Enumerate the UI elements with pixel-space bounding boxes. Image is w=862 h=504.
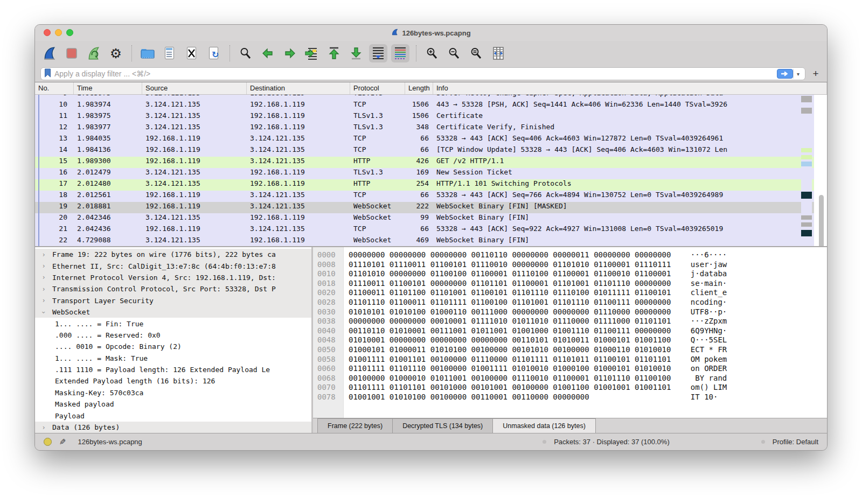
collapsed-arrow-icon[interactable]: › xyxy=(40,274,47,281)
capture-options-icon[interactable]: ⚙ xyxy=(107,44,125,62)
find-packet-icon[interactable] xyxy=(237,44,255,62)
column-header-info[interactable]: Info xyxy=(433,82,827,94)
detail-tree-row[interactable]: .... 0010 = Opcode: Binary (2) xyxy=(35,341,311,352)
packet-row[interactable]: 192.018881192.168.1.1193.124.121.135WebS… xyxy=(35,202,814,213)
binary-row[interactable]: 005001000101 01000011 01010100 00100000 … xyxy=(313,345,827,355)
go-back-icon[interactable] xyxy=(259,44,277,62)
packet-row[interactable]: 131.984035192.168.1.1193.124.121.135TCP6… xyxy=(35,134,814,145)
collapsed-arrow-icon[interactable]: › xyxy=(40,251,47,258)
packet-row[interactable]: 101.9839743.124.121.135192.168.1.119TCP1… xyxy=(35,100,814,111)
binary-row[interactable]: 003001010101 01010100 01000110 00111000 … xyxy=(313,307,827,317)
binary-row[interactable]: 006001101111 01101110 00100000 01001111 … xyxy=(313,364,827,374)
packet-cell: WebSocket Binary [FIN] xyxy=(433,213,814,225)
binary-row[interactable]: 001801110011 01100101 00000000 01101101 … xyxy=(313,279,827,289)
column-header-source[interactable]: Source xyxy=(142,82,247,94)
packet-row[interactable]: 141.984136192.168.1.1193.124.121.135TCP6… xyxy=(35,145,814,157)
binary-row[interactable]: 004801010001 00000000 00000000 00000000 … xyxy=(313,335,827,345)
column-header-length[interactable]: Length xyxy=(405,82,433,94)
save-file-icon[interactable] xyxy=(161,44,179,62)
reload-file-icon[interactable]: ↻ xyxy=(205,44,223,62)
binary-row[interactable]: 007801001001 01010100 00100000 00110001 … xyxy=(313,393,827,402)
restart-capture-icon[interactable] xyxy=(85,44,103,62)
detail-tree-row[interactable]: 1... .... = Mask: True xyxy=(35,353,311,364)
packet-minimap[interactable] xyxy=(801,96,812,246)
binary-row[interactable]: 003800000000 00000000 00010001 01111010 … xyxy=(313,317,827,326)
binary-row[interactable]: 007001101111 01101101 00101000 00101001 … xyxy=(313,383,827,393)
go-forward-icon[interactable] xyxy=(281,44,299,62)
detail-tree-row[interactable]: Masking-Key: 570c03ca xyxy=(35,387,311,398)
collapsed-arrow-icon[interactable]: › xyxy=(40,262,47,270)
binary-row[interactable]: 005801001111 01001101 00100000 01110000 … xyxy=(313,355,827,365)
go-to-packet-icon[interactable] xyxy=(303,44,321,62)
binary-row[interactable]: 001001101010 00000000 01100100 01100001 … xyxy=(313,269,827,279)
packet-row[interactable]: 202.0423463.124.121.135192.168.1.119WebS… xyxy=(35,213,814,225)
detail-tree-row[interactable]: ›WebSocket xyxy=(35,306,311,318)
resize-columns-icon[interactable] xyxy=(489,44,508,62)
detail-tree-row[interactable]: ›Frame 19: 222 bytes on wire (1776 bits)… xyxy=(35,249,311,260)
column-header-time[interactable]: Time xyxy=(74,82,142,94)
collapsed-arrow-icon[interactable]: › xyxy=(40,297,47,304)
collapsed-arrow-icon[interactable]: › xyxy=(40,424,47,431)
zoom-reset-icon[interactable] xyxy=(467,44,485,62)
bytes-tab[interactable]: Unmasked data (126 bytes) xyxy=(492,418,596,433)
binary-row[interactable]: 000801110101 01110011 01100101 01110010 … xyxy=(313,260,827,270)
packet-row[interactable]: 224.7290883.124.121.135192.168.1.119WebS… xyxy=(35,236,814,246)
packet-row[interactable]: 121.9839773.124.121.135192.168.1.119TLSv… xyxy=(35,123,814,134)
detail-tree-row[interactable]: ›Ethernet II, Src: CalDigit_13:e7:8c (64… xyxy=(35,260,311,271)
packet-row[interactable]: 162.0124793.124.121.135192.168.1.119TLSv… xyxy=(35,168,814,179)
packet-row[interactable]: 172.0124803.124.121.135192.168.1.119HTTP… xyxy=(35,179,814,191)
column-header-no[interactable]: No. xyxy=(35,82,74,94)
apply-filter-button[interactable] xyxy=(777,69,793,79)
expert-info-icon[interactable] xyxy=(44,438,52,446)
detail-tree-row[interactable]: ›Data (126 bytes) xyxy=(35,422,311,433)
display-filter-field[interactable]: ▾ xyxy=(40,67,805,80)
packet-row[interactable]: 212.042436192.168.1.1193.124.121.135TCP6… xyxy=(35,225,814,236)
detail-tree-row[interactable]: ›Internet Protocol Version 4, Src: 192.1… xyxy=(35,272,311,283)
display-filter-input[interactable] xyxy=(51,69,777,78)
detail-tree-row[interactable]: ›Transport Layer Security xyxy=(35,295,311,306)
capture-comment-icon[interactable]: ✎ xyxy=(59,437,66,447)
binary-row[interactable]: 002801101110 01100011 01101111 01100100 … xyxy=(313,298,827,307)
go-last-icon[interactable] xyxy=(347,44,365,62)
filter-dropdown-caret[interactable]: ▾ xyxy=(793,69,803,79)
collapsed-arrow-icon[interactable]: › xyxy=(40,285,47,293)
wireshark-fin-icon[interactable] xyxy=(40,44,59,62)
close-file-icon[interactable] xyxy=(183,44,201,62)
add-filter-button[interactable]: + xyxy=(810,68,822,80)
stop-capture-icon[interactable] xyxy=(62,44,81,62)
packet-cell: TCP xyxy=(350,225,405,236)
detail-tree-row[interactable]: Masked payload xyxy=(35,398,311,410)
column-header-protocol[interactable]: Protocol xyxy=(350,82,405,94)
detail-tree-row[interactable]: Payload xyxy=(35,410,311,421)
bytes-tab[interactable]: Frame (222 bytes) xyxy=(317,418,393,433)
detail-tree-row[interactable]: ›Transmission Control Protocol, Src Port… xyxy=(35,283,311,295)
auto-scroll-icon[interactable] xyxy=(369,44,387,62)
go-first-icon[interactable] xyxy=(325,44,343,62)
packet-list-scrollbar[interactable] xyxy=(819,195,824,246)
bookmark-icon[interactable] xyxy=(44,68,51,80)
zoom-in-icon[interactable] xyxy=(423,44,441,62)
open-file-icon[interactable] xyxy=(138,44,157,62)
detail-tree-row[interactable]: .111 1110 = Payload length: 126 Extended… xyxy=(35,364,311,375)
packet-row[interactable]: 182.012561192.168.1.1193.124.121.135TCP6… xyxy=(35,191,814,202)
detail-tree-row[interactable]: Extended Payload length (16 bits): 126 xyxy=(35,375,311,387)
packet-cell: 1.983973 xyxy=(74,95,142,100)
bytes-tab[interactable]: Decrypted TLS (134 bytes) xyxy=(392,418,493,433)
binary-row[interactable]: 000000000000 00000000 00000000 00110110 … xyxy=(313,250,827,260)
packet-row[interactable]: 111.9839753.124.121.135192.168.1.119TLSv… xyxy=(35,111,814,123)
detail-tree-row[interactable]: 1... .... = Fin: True xyxy=(35,318,311,329)
binary-row[interactable]: 004000110110 01010001 00111001 01011001 … xyxy=(313,326,827,336)
binary-view[interactable]: 000000000000 00000000 00000000 00110110 … xyxy=(313,247,827,418)
column-header-destination[interactable]: Destination xyxy=(247,82,350,94)
detail-tree-row[interactable]: .000 .... = Reserved: 0x0 xyxy=(35,330,311,341)
zoom-out-icon[interactable] xyxy=(445,44,463,62)
binary-row[interactable]: 006800100000 01000010 01011001 00100000 … xyxy=(313,374,827,383)
expanded-arrow-icon[interactable]: › xyxy=(40,309,47,316)
colorize-icon[interactable] xyxy=(391,44,409,62)
binary-row[interactable]: 002001100011 01101100 01101001 01100101 … xyxy=(313,288,827,298)
profile-label[interactable]: Profile: Default xyxy=(773,438,818,446)
title-bar[interactable]: 126bytes-ws.pcapng xyxy=(35,25,827,41)
packet-list-header: No.TimeSourceDestinationProtocolLengthIn… xyxy=(35,82,827,95)
packet-row[interactable]: 151.989300192.168.1.1193.124.121.135HTTP… xyxy=(35,157,814,168)
packet-row[interactable]: 91.9839733.124.121.135192.168.1.119TLSv1… xyxy=(35,95,814,100)
